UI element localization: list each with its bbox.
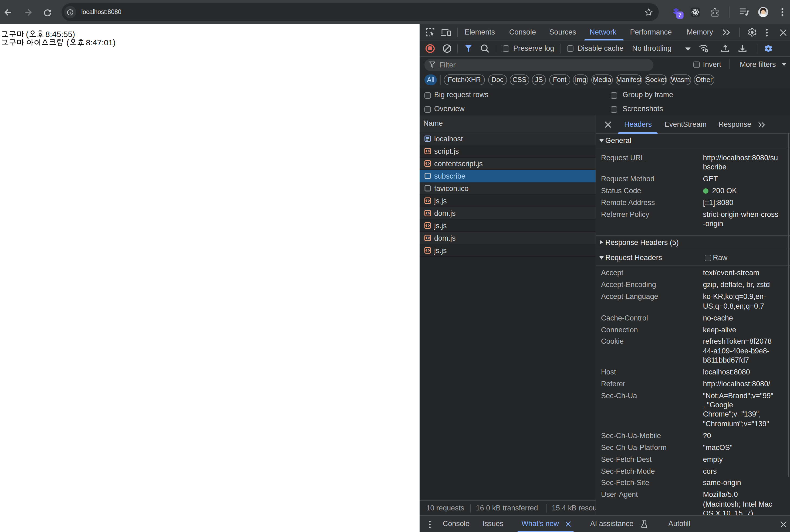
svg-text:(: ( [67, 38, 69, 47]
svg-text:8:45:55): 8:45:55) [45, 30, 75, 39]
svg-text:(: ( [26, 30, 29, 39]
svg-text:7: 7 [679, 13, 681, 18]
svg-text:8:47:01): 8:47:01) [86, 38, 115, 47]
